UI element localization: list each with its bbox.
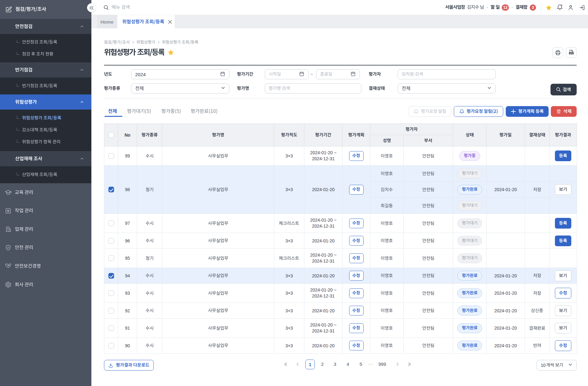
- svg-text:xlsx: xlsx: [570, 52, 573, 54]
